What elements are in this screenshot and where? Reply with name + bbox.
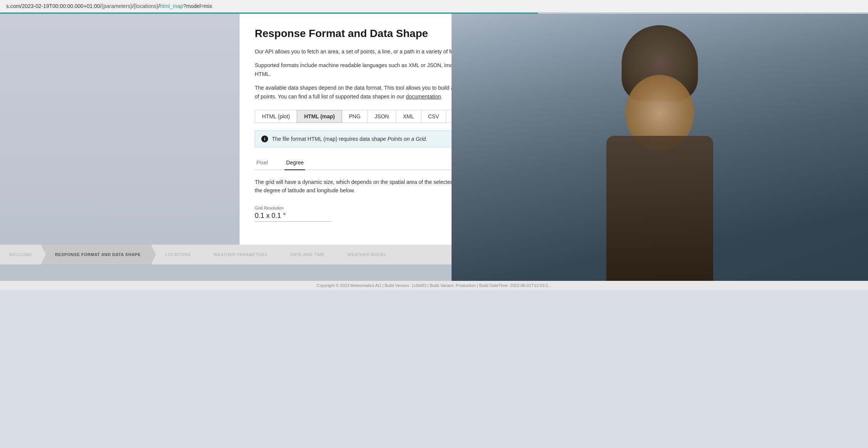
step-weather-params-label: WEATHER PARAMETERS [214,252,267,257]
copyright-bar: Copyright © 2023 Meteomatics AG | Build … [0,281,868,290]
info-icon: i [261,135,268,142]
url-segment1: {parameters} [101,3,132,9]
step-response-format[interactable]: RESPONSE FORMAT AND DATA SHAPE [41,245,151,264]
page-container: s.com/2023-02-19T00:00:00.000+01:00/{par… [0,0,868,290]
step-welcome-label: WELCOME [9,252,32,257]
desc3-after: . [441,93,442,100]
person-overlay [452,14,868,281]
step-weather-params[interactable]: WEATHER PARAMETERS [200,245,276,264]
main-area: Documentation Available Formats ↗ Respon… [0,14,868,245]
info-banner-text: The file format HTML (map) requires data… [272,136,427,142]
step-weather-model-label: WEATHER MODEL [347,252,387,257]
grid-resolution-label: Grid Resolution [255,206,331,210]
step-locations[interactable]: LOCATIONS [151,245,200,264]
address-bar: s.com/2023-02-19T00:00:00.000+01:00/{par… [0,0,868,13]
info-text-italic: Points on a Grid. [387,136,427,142]
step-response-label: RESPONSE FORMAT AND DATA SHAPE [55,252,140,257]
url-normal-part: s.com/2023-02-19T00:00:00.000+01:00/ [6,3,101,9]
tab-html-plot[interactable]: HTML (plot) [255,110,297,123]
tab-png[interactable]: PNG [342,110,368,123]
info-text-before: The file format HTML (map) requires data… [272,136,387,142]
tab-xml[interactable]: XML [396,110,421,123]
step-date-time-label: DATE AND TIME [290,252,325,257]
step-welcome[interactable]: WELCOME [0,245,41,264]
documentation-link[interactable]: documentation [406,93,441,100]
grid-resolution-field[interactable]: Grid Resolution 0.1 x 0.1 ° [255,206,331,222]
tab-csv[interactable]: CSV [421,110,447,123]
step-locations-label: LOCATIONS [165,252,191,257]
tab-json[interactable]: JSON [367,110,396,123]
url-highlight: html_map [160,3,183,9]
copyright-text: Copyright © 2023 Meteomatics AG | Build … [317,283,551,288]
tab-html-map[interactable]: HTML (map) [297,110,342,123]
person-body [606,136,713,281]
url-segment2: {locations} [133,3,158,9]
grid-resolution-value: 0.1 x 0.1 ° [255,212,331,220]
step-weather-model[interactable]: WEATHER MODEL [334,245,396,264]
tab-pixel[interactable]: Pixel [255,156,269,170]
step-date-time[interactable]: DATE AND TIME [276,245,334,264]
tab-degree[interactable]: Degree [285,156,305,170]
url-query: ?model=mix [183,3,212,9]
